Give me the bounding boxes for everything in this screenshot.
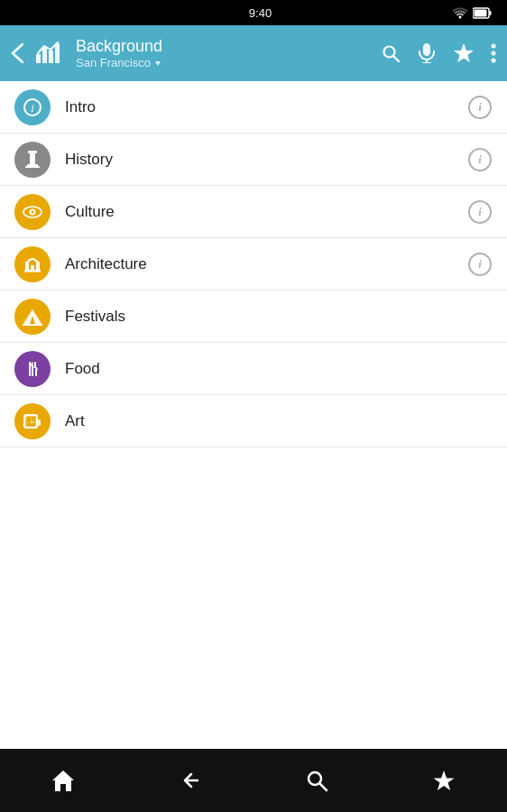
list-item-history[interactable]: History i: [0, 134, 507, 186]
intro-info-button[interactable]: i: [467, 95, 493, 120]
festivals-icon: [14, 299, 51, 335]
svg-rect-4: [42, 47, 47, 63]
svg-rect-1: [490, 11, 492, 15]
app-bar-title-group: Background San Francisco: [76, 37, 372, 70]
list-item-art[interactable]: Art: [0, 395, 507, 448]
culture-info-button[interactable]: i: [467, 199, 493, 225]
food-info-placeholder: [467, 356, 493, 382]
svg-rect-2: [475, 9, 487, 16]
bottom-nav: [0, 749, 507, 812]
list: i Intro i History i: [0, 81, 507, 448]
search-button[interactable]: [381, 43, 401, 63]
app-bar: Background San Francisco: [0, 25, 507, 81]
app-bar-actions: [381, 43, 496, 63]
food-label: Food: [65, 360, 467, 378]
back-nav-button[interactable]: [163, 753, 217, 807]
architecture-label: Architecture: [65, 255, 467, 273]
svg-marker-7: [155, 61, 161, 66]
svg-line-9: [393, 56, 399, 61]
app-logo: [32, 38, 63, 69]
culture-icon: [14, 194, 51, 230]
back-button[interactable]: [11, 43, 23, 63]
favorites-button[interactable]: [453, 43, 475, 63]
svg-rect-40: [27, 417, 31, 422]
festivals-label: Festivals: [65, 308, 467, 326]
home-nav-button[interactable]: [36, 753, 90, 807]
svg-rect-41: [32, 417, 35, 420]
history-label: History: [65, 151, 467, 169]
art-label: Art: [65, 412, 467, 430]
svg-rect-26: [36, 262, 40, 270]
svg-rect-28: [23, 324, 42, 326]
list-item-culture[interactable]: Culture i: [0, 186, 507, 238]
architecture-info-button[interactable]: i: [467, 252, 493, 277]
wifi-icon: [452, 6, 468, 19]
svg-rect-6: [55, 43, 60, 63]
status-bar: 9:40: [0, 0, 507, 25]
microphone-button[interactable]: [417, 43, 437, 63]
svg-point-12: [492, 44, 496, 49]
list-item-festivals[interactable]: Festivals: [0, 291, 507, 343]
svg-rect-39: [36, 420, 41, 426]
culture-label: Culture: [65, 203, 467, 221]
art-info-placeholder: [467, 409, 493, 434]
svg-rect-18: [27, 164, 38, 166]
svg-point-14: [492, 59, 496, 63]
svg-point-13: [492, 51, 496, 56]
list-item-food[interactable]: Food: [0, 343, 507, 395]
svg-point-23: [32, 210, 34, 213]
svg-rect-19: [28, 151, 37, 153]
svg-rect-5: [49, 51, 53, 63]
intro-icon: i: [14, 89, 51, 125]
history-info-button[interactable]: i: [467, 147, 493, 172]
food-icon: [14, 351, 51, 387]
search-nav-button[interactable]: [290, 753, 344, 807]
svg-rect-17: [30, 152, 35, 165]
svg-text:i: i: [31, 101, 34, 115]
svg-line-44: [320, 784, 327, 791]
favorites-nav-button[interactable]: [417, 753, 471, 807]
svg-rect-25: [25, 262, 29, 270]
list-item-intro[interactable]: i Intro i: [0, 81, 507, 134]
more-button[interactable]: [491, 43, 496, 63]
art-icon: [14, 403, 51, 439]
battery-icon: [473, 7, 493, 19]
architecture-icon: [14, 246, 51, 282]
intro-label: Intro: [65, 98, 467, 116]
history-icon: [14, 142, 51, 178]
festivals-info-placeholder: [467, 304, 493, 329]
svg-rect-27: [31, 265, 34, 272]
svg-rect-42: [27, 423, 35, 426]
svg-rect-20: [25, 166, 40, 168]
status-time: 9:40: [69, 6, 452, 20]
list-item-architecture[interactable]: Architecture i: [0, 238, 507, 291]
app-bar-subtitle: San Francisco: [76, 56, 372, 69]
status-icons: [452, 6, 493, 19]
svg-rect-3: [36, 54, 41, 63]
dropdown-icon: [153, 59, 162, 68]
app-bar-title: Background: [76, 37, 372, 57]
